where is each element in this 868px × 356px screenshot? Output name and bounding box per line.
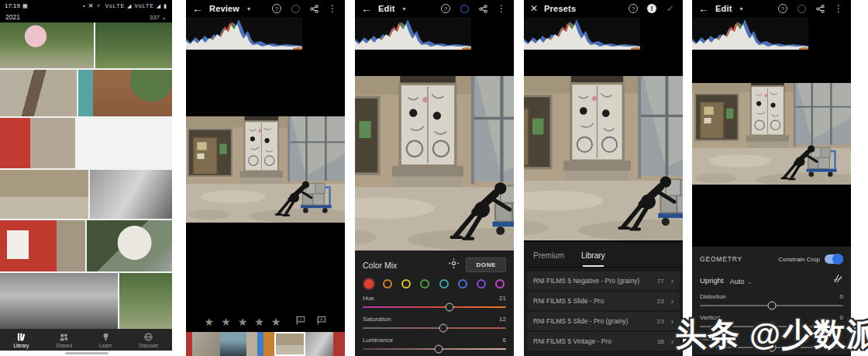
main-photo[interactable] xyxy=(692,83,851,185)
main-photo[interactable] xyxy=(186,116,345,223)
panel-presets: ✕ Presets ? ! ✓ PremiumLibrary RNI FILMS… xyxy=(524,0,683,356)
main-photo[interactable] xyxy=(524,76,683,240)
share-icon[interactable] xyxy=(477,2,489,15)
filmstrip-thumb-bw-street[interactable] xyxy=(305,332,333,356)
grid-row xyxy=(0,22,172,68)
presets-tab-library[interactable]: Library xyxy=(581,251,605,267)
photo-thumbnail-stone-wall-reader[interactable] xyxy=(0,70,77,117)
preset-row[interactable]: RNI FILMS 5 Vintage - Pro38› xyxy=(527,332,680,351)
color-channel-dot-0[interactable] xyxy=(364,279,374,289)
panel-edit-color: ← Edit▾ ? ⋮ Color Mix D xyxy=(355,0,514,356)
more-menu-icon[interactable]: ⋮ xyxy=(495,2,508,15)
filmstrip-thumb-red-sliver[interactable] xyxy=(186,332,192,356)
sync-active-icon[interactable] xyxy=(458,2,470,15)
histogram xyxy=(355,17,471,50)
rating-star-1[interactable]: ★ xyxy=(205,316,215,328)
color-channel-dot-3[interactable] xyxy=(420,279,429,289)
constrain-crop-toggle[interactable] xyxy=(825,254,843,264)
info-icon[interactable]: ! xyxy=(646,2,658,15)
chevron-right-icon: › xyxy=(671,337,673,346)
color-channel-dot-4[interactable] xyxy=(439,279,449,289)
presets-tab-premium[interactable]: Premium xyxy=(533,251,564,267)
slider-handle[interactable] xyxy=(435,345,443,354)
color-channel-dot-7[interactable] xyxy=(495,279,505,289)
photo-thumbnail-bw-street[interactable] xyxy=(90,170,172,219)
nav-item-library[interactable]: Library xyxy=(13,332,29,348)
preset-row[interactable]: RNI FILMS 5 Slide - Pro (grainy)23› xyxy=(527,312,680,330)
photo-thumbnail-keg-cart-scene[interactable] xyxy=(0,170,88,219)
color-channel-dot-6[interactable] xyxy=(477,279,486,289)
bottom-nav: LibrarySharedLearnDiscover xyxy=(0,329,172,351)
view-mode-title[interactable]: Review xyxy=(209,4,239,13)
geometry-slider-distortion: Distortion0 xyxy=(692,292,851,306)
help-icon[interactable]: ? xyxy=(627,2,639,15)
photo-thumbnail-red-wall-alley[interactable] xyxy=(0,118,75,168)
slider-track[interactable] xyxy=(363,306,506,308)
rating-star-4[interactable]: ★ xyxy=(254,316,264,328)
slider-handle[interactable] xyxy=(767,302,776,310)
upright-dropdown[interactable]: Auto ⌄ xyxy=(730,273,753,287)
photo-thumbnail-park-trees[interactable] xyxy=(95,22,172,68)
more-menu-icon[interactable]: ⋮ xyxy=(326,2,339,15)
view-mode-title[interactable]: Edit xyxy=(715,4,732,13)
photo-thumbnail-couple-walking[interactable] xyxy=(78,70,172,117)
help-icon[interactable]: ? xyxy=(439,2,452,15)
nav-item-shared[interactable]: Shared xyxy=(56,332,72,348)
shared-icon xyxy=(59,332,69,342)
slider-value: 12 xyxy=(499,316,506,323)
chevron-down-icon: ▾ xyxy=(403,5,406,12)
pick-flag-icon[interactable]: ✓ xyxy=(295,315,305,329)
nav-item-discover[interactable]: Discover xyxy=(139,332,158,348)
filmstrip-thumb-keg-cart[interactable] xyxy=(274,332,305,356)
share-icon[interactable] xyxy=(308,2,320,15)
photo-thumbnail-red-letters-wall[interactable] xyxy=(0,220,85,271)
photo-thumbnail-bw-trees[interactable] xyxy=(0,273,118,329)
photo-thumbnail-green-street[interactable] xyxy=(119,273,172,329)
photo-thumbnail-white-shirt-person[interactable] xyxy=(87,220,172,271)
sync-status-icon[interactable] xyxy=(289,2,301,15)
colormix-slider-saturation: Saturation12 xyxy=(355,314,514,329)
rating-star-5[interactable]: ★ xyxy=(271,316,281,328)
watermark-text: 头条 @少数派 xyxy=(675,313,868,356)
main-photo[interactable] xyxy=(355,76,514,251)
grid-row xyxy=(0,118,172,168)
photo-thumbnail-umbrella-street[interactable] xyxy=(0,22,94,68)
color-channel-dot-5[interactable] xyxy=(458,279,467,289)
preset-row[interactable]: RNI FILMS 5 Slide - Pro23› xyxy=(527,292,680,310)
targeted-adjustment-icon[interactable] xyxy=(448,257,460,272)
rating-star-3[interactable]: ★ xyxy=(238,316,248,328)
help-icon[interactable]: ? xyxy=(270,2,283,15)
slider-handle[interactable] xyxy=(445,303,453,312)
filmstrip-thumb-figure-dark[interactable] xyxy=(220,332,246,356)
slider-track[interactable] xyxy=(363,348,506,350)
album-bar[interactable]: 2021 337 ⌄ xyxy=(0,12,172,22)
filmstrip-thumb-red-wall[interactable] xyxy=(333,332,345,356)
apply-check-icon[interactable]: ✓ xyxy=(664,2,677,15)
slider-track[interactable] xyxy=(363,327,506,329)
slider-track[interactable] xyxy=(700,305,843,306)
color-channel-dot-1[interactable] xyxy=(383,279,392,289)
filmstrip-thumb-stone-wall[interactable] xyxy=(192,332,220,356)
slider-handle[interactable] xyxy=(439,324,447,333)
sync-status-icon[interactable] xyxy=(795,2,808,15)
rating-bar: ★★★★★✓✕ xyxy=(186,313,345,331)
album-count-dropdown[interactable]: 337 ⌄ xyxy=(150,14,167,21)
photo-thumbnail-street-shops[interactable] xyxy=(77,118,172,168)
back-icon[interactable]: ← xyxy=(361,2,372,15)
close-icon[interactable]: ✕ xyxy=(530,3,538,14)
more-menu-icon[interactable]: ⋮ xyxy=(832,2,845,15)
back-icon[interactable]: ← xyxy=(698,2,709,15)
rating-star-2[interactable]: ★ xyxy=(221,316,231,328)
back-icon[interactable]: ← xyxy=(192,2,203,15)
guided-upright-icon[interactable] xyxy=(832,273,843,287)
home-indicator xyxy=(65,352,108,354)
view-mode-title[interactable]: Edit xyxy=(378,4,395,13)
preset-row[interactable]: RNI FILMS 5 Negative - Pro (grainy)77› xyxy=(527,271,680,290)
filmstrip-thumb-street-shops[interactable] xyxy=(246,332,274,356)
color-channel-dot-2[interactable] xyxy=(401,279,411,289)
done-button[interactable]: DONE xyxy=(466,257,506,272)
share-icon[interactable] xyxy=(814,2,826,15)
nav-item-learn[interactable]: Learn xyxy=(99,332,112,348)
help-icon[interactable]: ? xyxy=(777,2,789,15)
reject-flag-icon[interactable]: ✕ xyxy=(316,315,326,329)
